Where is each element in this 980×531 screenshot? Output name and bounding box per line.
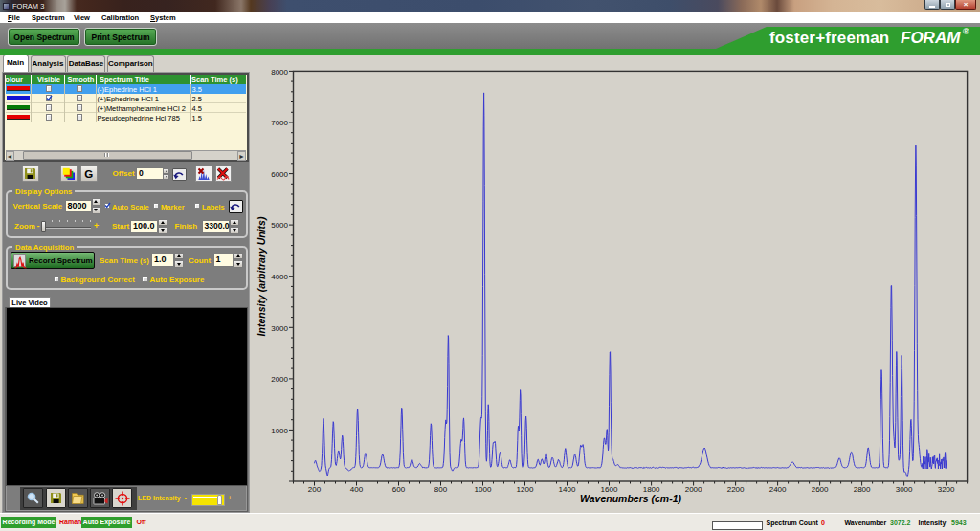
svg-text:2000: 2000: [685, 485, 702, 494]
svg-text:5000: 5000: [271, 221, 288, 230]
svg-text:7000: 7000: [271, 119, 288, 127]
svg-text:1200: 1200: [517, 485, 534, 494]
svg-text:800: 800: [434, 485, 448, 494]
svg-text:1400: 1400: [559, 485, 576, 494]
svg-text:6000: 6000: [271, 170, 288, 179]
svg-text:2000: 2000: [271, 375, 288, 384]
svg-text:4000: 4000: [271, 273, 288, 281]
svg-text:1000: 1000: [475, 485, 492, 494]
svg-text:2400: 2400: [769, 485, 787, 494]
svg-text:3200: 3200: [938, 485, 955, 494]
svg-text:8000: 8000: [271, 68, 288, 77]
svg-text:2600: 2600: [812, 485, 829, 494]
svg-text:Wavenumbers (cm-1): Wavenumbers (cm-1): [580, 493, 682, 504]
svg-text:600: 600: [392, 485, 406, 494]
svg-text:1000: 1000: [271, 427, 288, 435]
svg-text:2200: 2200: [727, 485, 745, 494]
svg-text:3000: 3000: [271, 324, 288, 333]
svg-text:3000: 3000: [896, 485, 913, 494]
svg-text:400: 400: [350, 485, 364, 494]
svg-text:Intensity (arbitrary Units): Intensity (arbitrary Units): [256, 216, 267, 336]
svg-text:200: 200: [308, 485, 322, 494]
svg-text:2800: 2800: [854, 485, 871, 494]
